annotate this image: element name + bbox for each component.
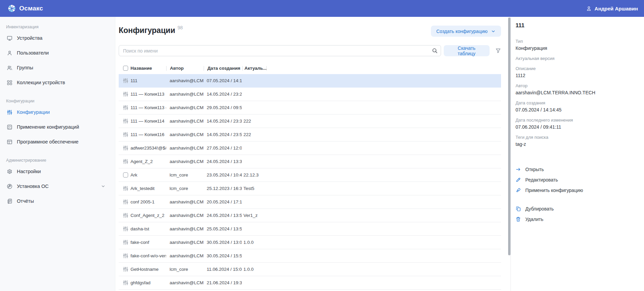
duplicate-icon [516,206,521,212]
sliders-icon [123,213,128,218]
row-version: 1.0.0 [242,240,265,245]
sidebar-item-monitor[interactable]: Устройства [0,31,115,45]
sliders-icon [7,109,12,115]
sliders-icon [123,239,128,245]
sidebar-item-users[interactable]: Группы [0,60,115,75]
brand[interactable]: Осмакс [7,4,43,13]
row-name: 111 — Копия113 [130,92,166,97]
table-row[interactable]: ghfdgsfad aarshavin@LCM.TERRA.INNO.TECH … [119,276,501,290]
details-title: 111 [516,22,637,30]
sidebar-item-gear[interactable]: Настройки [0,164,115,179]
users-icon [7,65,12,71]
sidebar-item-label: Установка ОС [17,184,49,189]
row-created: 14.05.2024 / 23:28:20 [203,92,242,97]
sidebar-item-layout[interactable]: Программное обеспечение [0,134,115,149]
report-icon [7,198,12,204]
search-input[interactable] [119,45,441,56]
sidebar-item-os-install[interactable]: Установка ОС [0,179,115,194]
page-count: 98 [178,25,183,30]
row-name: adfwer23534!@$#5 [130,146,166,151]
column-header-name[interactable]: Название [130,66,166,71]
topbar: Осмакс Андрей Аршавин [0,0,644,17]
row-author: aarshavin@LCM.TERRA.INNO.TECH [166,159,203,164]
filter-button[interactable] [495,48,501,54]
sliders-icon [123,105,128,110]
table-row[interactable]: dasha-tst aarshavin@LCM.TERRA.INNO.TECH … [119,222,501,236]
row-author: aarshavin@LCM.TERRA.INNO.TECH [166,146,203,151]
select-all-checkbox[interactable] [123,66,128,71]
sidebar-item-checklist[interactable]: Применение конфигураций [0,120,115,134]
row-created: 24.05.2024 / 13:56:39 [203,213,242,218]
table-row[interactable]: GetHostname lcm_core 11.06.2024 / 15:02:… [119,263,501,276]
row-version: 22.12.3 [242,172,265,177]
gear-icon [7,169,12,174]
detail-field-value: 07.06.2024 / 09:41:11 [516,124,637,130]
create-configuration-button[interactable]: Создать конфигурацию [431,26,501,37]
search-icon[interactable] [432,48,438,54]
download-table-button[interactable]: Скачать таблицу [444,45,490,56]
chevron-down-icon [101,184,106,189]
row-author: lcm_core [166,172,203,177]
sidebar-section: Конфигурации Конфигурации Применение кон… [0,99,115,149]
row-author: lcm_core [166,267,203,272]
sidebar-item-label: Пользователи [17,50,49,56]
user-icon [7,50,12,56]
table-row[interactable]: adfwer23534!@$#5 aarshavin@LCM.TERRA.INN… [119,141,501,155]
funnel-icon [495,48,501,54]
action-duplicate[interactable]: Дублировать [516,203,637,214]
details-panel: 111 Тип Конфигурация Актуальная версия О… [510,17,644,291]
row-checkbox[interactable] [123,172,128,177]
table-row[interactable]: conf 2005-1 aarshavin@LCM.TERRA.INNO.TEC… [119,195,501,209]
row-author: lcm_core [166,186,203,191]
table-row[interactable]: 111 aarshavin@LCM.TERRA.INNO.TECH 07.05.… [119,74,501,88]
action-arrow-right[interactable]: Открыть [516,164,637,174]
row-name: conf 2005-1 [130,199,166,204]
row-name: GetHostname [130,267,166,272]
row-name: Ark_testedit [130,186,166,191]
action-apply-config[interactable]: Применить конфигурацию [516,185,637,195]
action-pencil[interactable]: Редактировать [516,174,637,185]
column-header-author[interactable]: Автор [167,66,204,71]
table-row[interactable]: 111 — Копия116 aarshavin@LCM.TERRA.INNO.… [119,128,501,141]
sidebar-section-label: Инвентаризация [6,25,115,30]
table-row[interactable]: Ark lcm_core 23.05.2024 / 10:41:23 22.12… [119,168,501,182]
sliders-icon [123,91,128,97]
table-row[interactable]: Agent_Z_2 aarshavin@LCM.TERRA.INNO.TECH … [119,155,501,168]
sidebar-section: Инвентаризация Устройства Пользователи Г… [0,25,115,90]
app-window: Осмакс Андрей Аршавин Инвентаризация Уст… [0,0,644,291]
table-row[interactable]: fake-conf aarshavin@LCM.TERRA.INNO.TECH … [119,236,501,249]
detail-field: Тип Конфигурация [516,38,637,51]
row-author: aarshavin@LCM.TERRA.INNO.TECH [166,199,203,204]
user-name: Андрей Аршавин [594,6,638,11]
row-version: 222 [242,132,265,137]
table-row[interactable]: Conf_Agent_z_2 aarshavin@LCM.TERRA.INNO.… [119,209,501,222]
table-row[interactable]: 111 — Копия114 aarshavin@LCM.TERRA.INNO.… [119,115,501,128]
row-name: 111 — Копия114 [130,119,166,124]
detail-field: Дата последнего изменения 07.06.2024 / 0… [516,117,637,130]
sidebar-item-report[interactable]: Отчёты [0,194,115,208]
detail-field-value: aarshavin@LCM.TERRA.INNO.TECH [516,90,637,96]
sidebar: Инвентаризация Устройства Пользователи Г… [0,17,115,291]
sidebar-item-user[interactable]: Пользователи [0,45,115,60]
table-row[interactable]: 111 — Копия113 aarshavin@LCM.TERRA.INNO.… [119,88,501,101]
table-header: Название Автор Дата создания Актуаль... [119,62,501,74]
sidebar-item-label: Программное обеспечение [17,139,79,144]
table-row[interactable]: 111 — Копия113 — Копия aarshavin@LCM.TER… [119,101,501,115]
column-header-created[interactable]: Дата создания [204,66,242,71]
row-version: 222 [242,119,265,124]
sidebar-item-sliders[interactable]: Конфигурации [0,105,115,120]
action-label: Дублировать [525,206,554,212]
detail-field-label: Описание [516,66,637,71]
action-trash[interactable]: Удалить [516,214,637,224]
column-header-version[interactable]: Актуаль... [243,66,266,71]
table-row[interactable]: Ark_testedit lcm_core 25.12.2023 / 16:35… [119,182,501,195]
sliders-icon [123,199,128,205]
sidebar-item-grid[interactable]: Коллекции устройств [0,75,115,90]
sidebar-item-label: Отчёты [17,198,34,204]
row-name: ghfdgsfad [130,280,166,285]
table-row[interactable]: fake-conf-w/o-version aarshavin@LCM.TERR… [119,249,501,263]
vertical-scrollbar[interactable] [508,18,510,255]
detail-field: Дата создания 07.05.2024 / 14:14:45 [516,100,637,113]
user-menu[interactable]: Андрей Аршавин [586,6,638,11]
main-panel: Конфигурации 98 Создать конфигурацию Ска… [115,17,510,291]
